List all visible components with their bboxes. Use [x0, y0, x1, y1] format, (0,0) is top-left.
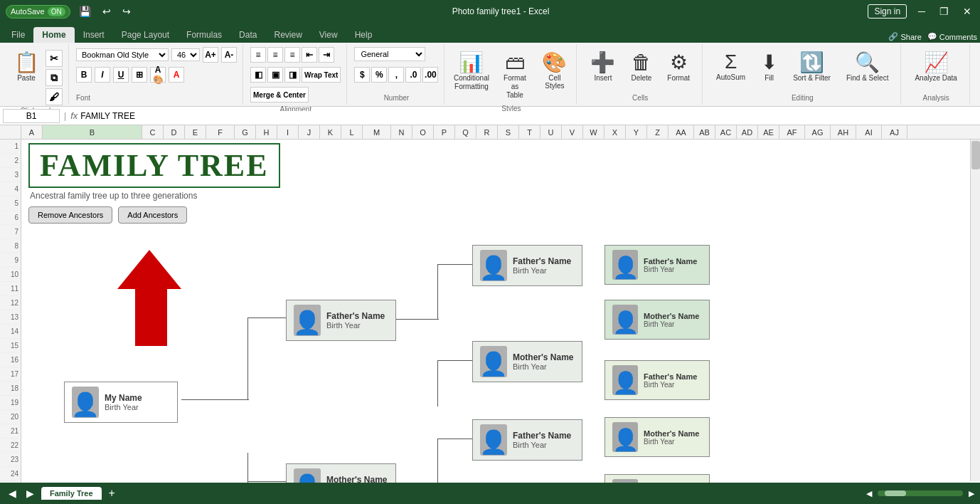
col-header-b[interactable]: B — [43, 125, 142, 139]
restore-button[interactable]: ❐ — [937, 6, 952, 17]
col-header-l[interactable]: L — [341, 125, 363, 139]
col-header-z[interactable]: Z — [647, 125, 669, 139]
scroll-right-button[interactable]: ▶ — [969, 489, 974, 498]
tab-insert[interactable]: Insert — [75, 27, 113, 43]
ff-card[interactable]: 👤 Father's Name Birth Year — [472, 245, 582, 286]
col-header-p[interactable]: P — [434, 125, 455, 139]
delete-cells-button[interactable]: 🗑 Delete — [624, 47, 658, 85]
font-size-select[interactable]: 46 — [171, 48, 200, 61]
tab-view[interactable]: View — [311, 27, 346, 43]
decimal-increase-button[interactable]: .0 — [405, 67, 421, 83]
align-top-center-button[interactable]: ≡ — [267, 47, 283, 63]
fff-card[interactable]: 👤 Father's Name Birth Year — [604, 245, 710, 285]
fmm-card[interactable]: 👤 Mother's Name Birth Year — [604, 417, 710, 457]
copy-button[interactable]: ⧉ — [46, 69, 63, 86]
col-header-n[interactable]: N — [391, 125, 412, 139]
row-num-4[interactable]: 4 — [0, 182, 18, 196]
format-as-table-button[interactable]: 🗃 Format as Table — [495, 47, 534, 103]
row-num-5[interactable]: 5 — [0, 196, 18, 211]
row-num-13[interactable]: 13 — [0, 310, 18, 325]
tab-page-layout[interactable]: Page Layout — [113, 27, 178, 43]
conditional-formatting-button[interactable]: 📊 Conditional Formatting — [452, 47, 491, 95]
decimal-decrease-button[interactable]: .00 — [422, 67, 438, 83]
tab-help[interactable]: Help — [346, 27, 381, 43]
row-num-20[interactable]: 20 — [0, 410, 18, 424]
row-num-16[interactable]: 16 — [0, 353, 18, 367]
add-sheet-button[interactable]: + — [106, 487, 118, 500]
save-button[interactable]: 💾 — [76, 6, 94, 17]
row-num-15[interactable]: 15 — [0, 339, 18, 353]
add-ancestors-button[interactable]: Add Ancestors — [118, 206, 187, 224]
col-header-aa[interactable]: AA — [669, 125, 694, 139]
col-header-w[interactable]: W — [583, 125, 604, 139]
row-num-12[interactable]: 12 — [0, 296, 18, 310]
format-cells-button[interactable]: ⚙ Format — [661, 47, 696, 85]
minimize-button[interactable]: ─ — [915, 6, 928, 17]
col-header-r[interactable]: R — [476, 125, 498, 139]
col-header-ai[interactable]: AI — [856, 125, 882, 139]
decrease-font-button[interactable]: A- — [221, 47, 237, 63]
next-sheet-button[interactable]: ▶ — [23, 488, 37, 499]
align-top-right-button[interactable]: ≡ — [284, 47, 300, 63]
row-num-10[interactable]: 10 — [0, 268, 18, 282]
row-num-21[interactable]: 21 — [0, 424, 18, 439]
undo-button[interactable]: ↩ — [100, 6, 114, 17]
mff-card[interactable]: 👤 Father's Name Birth Year — [604, 474, 710, 483]
sort-filter-button[interactable]: 🔃 Sort & Filter — [787, 47, 837, 85]
fm-card[interactable]: 👤 Mother's Name Birth Year — [472, 341, 582, 382]
align-center-button[interactable]: ▣ — [267, 67, 283, 83]
col-header-ah[interactable]: AH — [831, 125, 856, 139]
row-num-19[interactable]: 19 — [0, 396, 18, 410]
tab-file[interactable]: File — [3, 27, 33, 43]
insert-cells-button[interactable]: ➕ Insert — [584, 47, 622, 85]
tab-data[interactable]: Data — [230, 27, 265, 43]
col-header-ae[interactable]: AE — [758, 125, 779, 139]
analyze-data-button[interactable]: 📈 Analyze Data — [908, 47, 963, 85]
col-header-i[interactable]: I — [277, 125, 299, 139]
prev-sheet-button[interactable]: ◀ — [6, 488, 19, 499]
tab-formulas[interactable]: Formulas — [178, 27, 230, 43]
ffm-card[interactable]: 👤 Mother's Name Birth Year — [604, 300, 710, 340]
row-num-25[interactable]: 25 — [0, 481, 18, 483]
font-color-button[interactable]: A — [169, 67, 184, 83]
comma-button[interactable]: , — [388, 67, 404, 83]
italic-button[interactable]: I — [95, 67, 110, 83]
vertical-scrollbar[interactable] — [970, 140, 980, 481]
redo-button[interactable]: ↪ — [119, 6, 134, 17]
row-num-22[interactable]: 22 — [0, 439, 18, 453]
col-header-j[interactable]: J — [299, 125, 320, 139]
mother-card-gen2[interactable]: 👤 Mother's Name Birth Year — [286, 463, 396, 483]
col-header-e[interactable]: E — [185, 125, 206, 139]
number-format-select[interactable]: General — [354, 47, 425, 61]
autosave-toggle[interactable]: AutoSave ON — [6, 5, 70, 19]
find-select-button[interactable]: 🔍 Find & Select — [840, 47, 895, 85]
currency-button[interactable]: $ — [354, 67, 370, 83]
scroll-left-button[interactable]: ◀ — [866, 489, 872, 498]
row-num-6[interactable]: 6 — [0, 211, 18, 225]
col-header-aj[interactable]: AJ — [882, 125, 907, 139]
font-name-select[interactable]: Bookman Old Style — [76, 48, 169, 61]
col-header-s[interactable]: S — [498, 125, 519, 139]
row-num-8[interactable]: 8 — [0, 239, 18, 253]
col-header-x[interactable]: X — [604, 125, 626, 139]
col-header-c[interactable]: C — [142, 125, 164, 139]
my-name-card[interactable]: 👤 My Name Birth Year — [64, 382, 178, 423]
fill-color-button[interactable]: A🎨 — [150, 67, 166, 83]
col-header-v[interactable]: V — [562, 125, 583, 139]
sum-button[interactable]: Σ AutoSum — [710, 47, 752, 85]
col-header-ac[interactable]: AC — [715, 125, 737, 139]
row-num-3[interactable]: 3 — [0, 168, 18, 182]
col-header-o[interactable]: O — [412, 125, 434, 139]
col-header-af[interactable]: AF — [779, 125, 805, 139]
scrollbar-thumb[interactable] — [971, 141, 980, 169]
increase-font-button[interactable]: A+ — [203, 47, 218, 63]
percent-button[interactable]: % — [371, 67, 387, 83]
align-top-left-button[interactable]: ≡ — [250, 47, 266, 63]
cell-styles-button[interactable]: 🎨 Cell Styles — [538, 47, 570, 93]
tab-home[interactable]: Home — [33, 27, 74, 43]
row-num-2[interactable]: 2 — [0, 154, 18, 168]
formula-input[interactable] — [80, 111, 977, 121]
row-num-23[interactable]: 23 — [0, 453, 18, 467]
row-num-1[interactable]: 1 — [0, 140, 18, 154]
row-num-11[interactable]: 11 — [0, 282, 18, 296]
